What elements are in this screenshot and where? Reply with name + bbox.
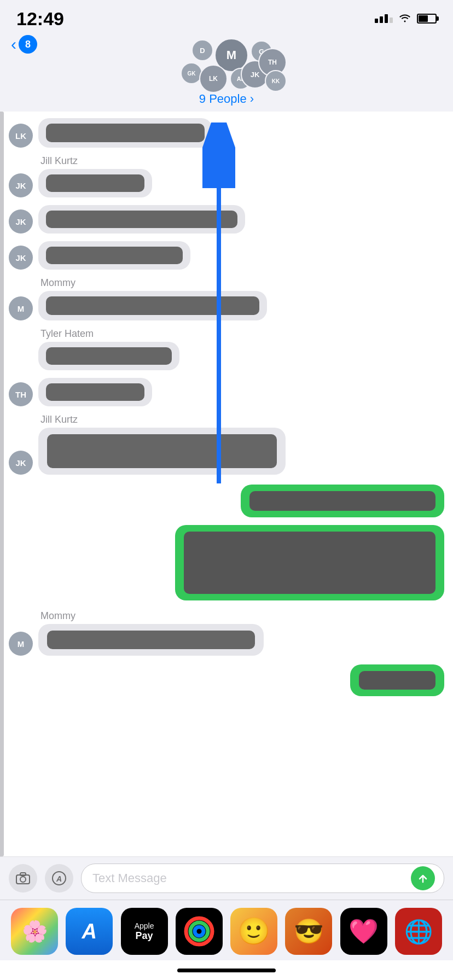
- message-input[interactable]: Text Message: [81, 864, 444, 893]
- avatar: LK: [9, 124, 33, 148]
- redacted-content: [359, 671, 435, 690]
- svg-point-9: [195, 927, 204, 936]
- input-placeholder: Text Message: [92, 871, 411, 885]
- message-bubble: [38, 241, 190, 270]
- message-row: Tyler Hatem: [0, 326, 453, 372]
- dock-memoji[interactable]: 🙂: [230, 908, 277, 955]
- status-time: 12:49: [16, 8, 64, 30]
- bubble-container: Mommy: [38, 610, 264, 656]
- dock-applepay[interactable]: Apple Pay: [121, 908, 168, 955]
- avatar-d: D: [191, 39, 213, 61]
- message-row: [0, 482, 453, 520]
- dock-globe[interactable]: 🌐: [395, 908, 442, 955]
- avatar: JK: [9, 451, 33, 475]
- redacted-content: [249, 491, 435, 511]
- message-bubble: [38, 205, 245, 234]
- dock-game[interactable]: 😎: [285, 908, 332, 955]
- back-button[interactable]: ‹ 8: [11, 35, 37, 54]
- dock-appstore[interactable]: A: [66, 908, 113, 955]
- message-row: [0, 662, 453, 698]
- bubble-container: [38, 378, 152, 406]
- message-row: [0, 523, 453, 603]
- dock-activity[interactable]: [176, 908, 223, 955]
- redacted-content: [47, 631, 255, 649]
- back-chevron-icon: ‹: [11, 35, 16, 54]
- message-row: JK Jill Kurtz: [0, 153, 453, 200]
- participant-avatars[interactable]: D M G GK LK AL JK TH KK: [177, 36, 276, 91]
- battery-icon: [417, 14, 437, 24]
- message-bubble: [175, 525, 444, 600]
- svg-rect-4: [20, 873, 26, 876]
- message-bubble: [38, 378, 152, 406]
- bubble-container: Tyler Hatem: [38, 328, 179, 370]
- message-bubble: [38, 169, 152, 197]
- redacted-content: [47, 434, 277, 468]
- dock-heart[interactable]: ❤️: [340, 908, 387, 955]
- redacted-content: [184, 532, 435, 594]
- people-label[interactable]: 9 People ›: [199, 92, 254, 106]
- home-indicator: [0, 960, 453, 980]
- bubble-container: [350, 664, 444, 696]
- message-row: TH: [0, 376, 453, 409]
- status-icons: [375, 13, 437, 25]
- status-bar: 12:49: [0, 0, 453, 30]
- sender-name: Jill Kurtz: [40, 414, 78, 425]
- wifi-icon: [398, 13, 411, 25]
- bubble-container: [38, 205, 245, 234]
- sender-name: Tyler Hatem: [40, 328, 94, 340]
- camera-button[interactable]: [9, 864, 37, 892]
- message-row: M Mommy: [0, 275, 453, 323]
- redacted-content: [46, 211, 237, 228]
- bubble-container: Jill Kurtz: [38, 414, 286, 475]
- home-bar: [177, 969, 276, 972]
- avatar: JK: [9, 209, 33, 234]
- redacted-content: [46, 174, 144, 192]
- redacted-content: [46, 347, 172, 365]
- message-row: M Mommy: [0, 608, 453, 658]
- bubble-container: Mommy: [38, 277, 267, 320]
- redacted-content: [46, 124, 205, 142]
- avatar: JK: [9, 173, 33, 197]
- redacted-content: [46, 383, 144, 401]
- back-badge: 8: [19, 35, 37, 54]
- avatar: TH: [9, 382, 33, 406]
- avatar-kk: KK: [265, 70, 287, 92]
- avatar: M: [9, 296, 33, 320]
- avatar: JK: [9, 246, 33, 270]
- redacted-content: [46, 247, 183, 264]
- message-bubble: [38, 291, 267, 320]
- apps-button[interactable]: A: [45, 864, 73, 892]
- dock: 🌸 A Apple Pay 🙂 😎 ❤️: [0, 900, 453, 960]
- message-bubble: [38, 428, 286, 475]
- messages-container: LK JK Jill Kurtz JK: [0, 112, 453, 856]
- send-button[interactable]: [411, 866, 435, 890]
- sender-name: Mommy: [40, 277, 76, 289]
- message-bubble: [38, 624, 264, 656]
- bubble-container: [38, 241, 190, 270]
- sender-name: Jill Kurtz: [40, 155, 78, 167]
- message-row: JK: [0, 239, 453, 272]
- svg-point-3: [20, 877, 26, 882]
- message-bubble: [38, 118, 212, 148]
- svg-text:A: A: [56, 874, 62, 883]
- dock-photos[interactable]: 🌸: [11, 908, 58, 955]
- redacted-content: [46, 296, 259, 315]
- chat-header: ‹ 8 D M G GK LK AL JK TH KK 9 People ›: [0, 30, 453, 112]
- avatar: M: [9, 632, 33, 656]
- bubble-container: [175, 525, 444, 600]
- bubble-container: [241, 485, 444, 517]
- sender-name: Mommy: [40, 610, 76, 622]
- message-row: JK: [0, 203, 453, 236]
- message-bubble: [38, 342, 179, 370]
- message-bubble: [350, 664, 444, 696]
- message-bubble: [241, 485, 444, 517]
- bubble-container: Jill Kurtz: [38, 155, 152, 197]
- message-row: LK: [0, 116, 453, 150]
- avatar-lk: LK: [199, 65, 228, 93]
- input-area: A Text Message: [0, 856, 453, 900]
- message-row: JK Jill Kurtz: [0, 412, 453, 477]
- signal-icon: [375, 14, 393, 23]
- bubble-container: [38, 118, 212, 148]
